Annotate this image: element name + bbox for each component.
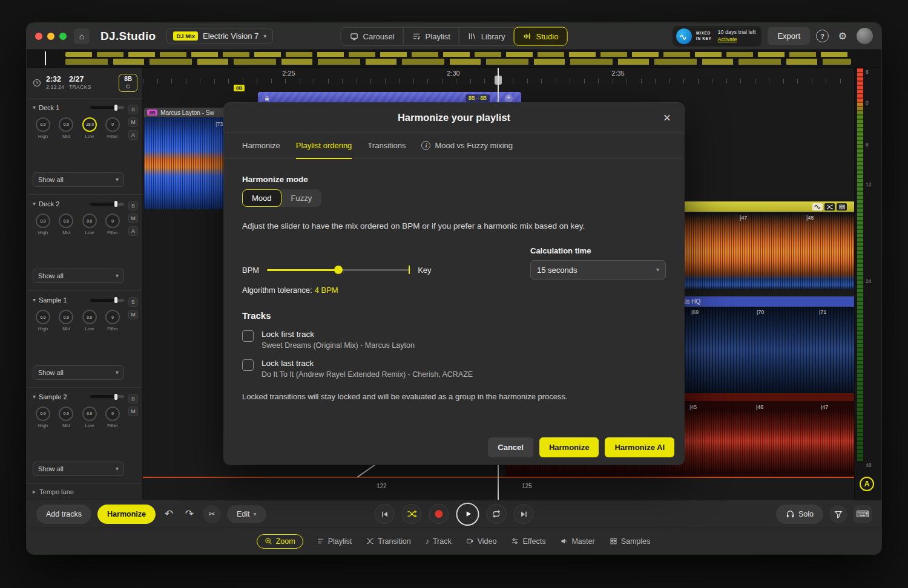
solo-button[interactable]: S bbox=[128, 297, 138, 307]
help-icon[interactable]: ? bbox=[816, 30, 829, 42]
grid-mini-icon[interactable] bbox=[837, 203, 847, 211]
chevron-down-icon[interactable]: ▾ bbox=[33, 105, 36, 111]
show-all-dropdown[interactable]: Show all ▾ bbox=[33, 365, 124, 380]
keyboard-icon[interactable]: ⌨ bbox=[854, 505, 872, 523]
knob-low[interactable]: 0.0Low bbox=[79, 407, 100, 428]
activate-link[interactable]: Activate bbox=[717, 36, 755, 44]
transition-bar[interactable]: 8B→8B + bbox=[258, 92, 521, 104]
tab-track[interactable]: ♪ Track bbox=[424, 535, 453, 548]
nav-carousel[interactable]: Carousel bbox=[341, 27, 404, 45]
tab-mood-vs-fuzzy[interactable]: i Mood vs Fuzzy mixing bbox=[421, 133, 513, 159]
tab-zoom[interactable]: Zoom bbox=[257, 534, 303, 549]
deck-volume-slider[interactable] bbox=[90, 395, 124, 398]
lock-last-track-checkbox[interactable] bbox=[242, 359, 254, 371]
knob-low[interactable]: -28.0Low bbox=[79, 117, 100, 139]
knob-high[interactable]: 0.0High bbox=[33, 310, 53, 332]
lock-first-track-checkbox[interactable] bbox=[242, 330, 254, 342]
knob-low[interactable]: 0.0Low bbox=[79, 310, 100, 332]
knob-high[interactable]: 0.0High bbox=[33, 117, 53, 139]
loop-button[interactable] bbox=[487, 504, 507, 524]
mixed-in-key-badge[interactable]: MIXED IN KEY 10 days trial left Activate bbox=[673, 26, 762, 47]
gear-icon[interactable]: ⚙ bbox=[835, 28, 850, 44]
window-minimize-button[interactable] bbox=[47, 33, 54, 40]
mute-button[interactable]: M bbox=[128, 310, 138, 319]
solo-button-master[interactable]: Solo bbox=[776, 505, 823, 524]
record-button[interactable] bbox=[429, 504, 449, 524]
knob-high[interactable]: 0.0High bbox=[33, 407, 53, 428]
waveform-mini-icon[interactable] bbox=[812, 203, 823, 211]
deck-volume-slider[interactable] bbox=[90, 106, 124, 109]
mute-button[interactable]: M bbox=[128, 214, 138, 223]
tab-transitions[interactable]: Transitions bbox=[367, 133, 406, 159]
harmonize-button[interactable]: Harmonize bbox=[539, 437, 599, 457]
skip-forward-button[interactable] bbox=[514, 504, 534, 524]
auto-button[interactable]: A bbox=[128, 226, 138, 236]
mix-overview-strip[interactable] bbox=[27, 50, 881, 68]
knob-filter[interactable]: 0Filter bbox=[102, 214, 123, 235]
nav-studio[interactable]: Studio bbox=[515, 27, 567, 45]
play-button[interactable] bbox=[456, 503, 479, 526]
chevron-down-icon[interactable]: ▾ bbox=[33, 201, 36, 207]
solo-button[interactable]: S bbox=[128, 105, 138, 114]
redo-icon[interactable]: ↷ bbox=[182, 506, 197, 522]
add-tracks-button[interactable]: Add tracks bbox=[36, 505, 91, 524]
chevron-down-icon[interactable]: ▾ bbox=[33, 394, 36, 400]
slider-handle[interactable] bbox=[334, 266, 343, 274]
tab-playlist-ordering[interactable]: Playlist ordering bbox=[296, 133, 352, 159]
skip-back-button[interactable] bbox=[375, 504, 395, 524]
solo-button[interactable]: S bbox=[128, 201, 138, 211]
show-all-dropdown[interactable]: Show all ▾ bbox=[33, 269, 124, 283]
tab-video[interactable]: Video bbox=[465, 535, 498, 548]
solo-button[interactable]: S bbox=[128, 394, 138, 403]
nav-playlist[interactable]: Playlist bbox=[404, 27, 459, 45]
project-dropdown[interactable]: DJ Mix Electric Vision 7 ▾ bbox=[166, 28, 273, 44]
knob-mid[interactable]: 0.0Mid bbox=[56, 407, 76, 428]
chevron-down-icon[interactable]: ▾ bbox=[33, 297, 36, 303]
cancel-button[interactable]: Cancel bbox=[488, 437, 533, 457]
mode-mood-button[interactable]: Mood bbox=[242, 189, 281, 207]
knob-mid[interactable]: 0.0Mid bbox=[56, 214, 76, 235]
mode-fuzzy-button[interactable]: Fuzzy bbox=[281, 189, 322, 207]
deck-volume-slider[interactable] bbox=[90, 203, 124, 206]
edit-dropdown[interactable]: Edit ▾ bbox=[227, 505, 266, 523]
crossfade-mini-icon[interactable] bbox=[824, 203, 835, 211]
add-transition-icon[interactable]: + bbox=[505, 94, 513, 102]
knob-filter[interactable]: 0Filter bbox=[102, 117, 123, 139]
harmonize-toolbar-button[interactable]: Harmonize bbox=[97, 505, 156, 524]
home-button[interactable]: ⌂ bbox=[74, 28, 90, 44]
deck-volume-slider[interactable] bbox=[90, 299, 124, 302]
tab-effects[interactable]: Effects bbox=[510, 535, 547, 548]
mute-button[interactable]: M bbox=[128, 117, 138, 127]
tab-playlist[interactable]: Playlist bbox=[315, 535, 354, 548]
window-close-button[interactable] bbox=[35, 33, 42, 40]
scissors-icon[interactable]: ✂ bbox=[203, 505, 221, 523]
mute-button[interactable]: M bbox=[128, 407, 138, 416]
overview-playhead[interactable] bbox=[45, 51, 46, 65]
cue-marker[interactable]: 8B bbox=[234, 85, 245, 91]
tab-samples[interactable]: Samples bbox=[608, 535, 652, 548]
funnel-icon[interactable] bbox=[829, 505, 847, 523]
export-button[interactable]: Export bbox=[768, 27, 810, 45]
close-icon[interactable]: × bbox=[659, 109, 676, 126]
user-avatar[interactable] bbox=[857, 28, 873, 44]
nav-library[interactable]: Library bbox=[459, 27, 515, 45]
auto-transition-button[interactable] bbox=[402, 504, 422, 524]
autopilot-badge[interactable]: A bbox=[860, 477, 874, 491]
show-all-dropdown[interactable]: Show all ▾ bbox=[33, 462, 124, 476]
tab-transition[interactable]: Transition bbox=[365, 535, 412, 548]
calculation-time-select[interactable]: 15 seconds ▾ bbox=[530, 260, 666, 279]
tab-master[interactable]: Master bbox=[559, 535, 596, 548]
tab-harmonize[interactable]: Harmonize bbox=[242, 133, 280, 159]
window-zoom-button[interactable] bbox=[59, 33, 67, 40]
knob-high[interactable]: 0.0High bbox=[33, 214, 53, 235]
knob-mid[interactable]: 0.0Mid bbox=[56, 310, 76, 332]
bpm-key-slider[interactable] bbox=[267, 265, 410, 275]
show-all-dropdown[interactable]: Show all ▾ bbox=[33, 172, 124, 187]
harmonize-ai-button[interactable]: Harmonize AI bbox=[605, 437, 674, 457]
knob-low[interactable]: 0.0Low bbox=[79, 214, 100, 235]
knob-filter[interactable]: 0Filter bbox=[102, 310, 123, 332]
knob-mid[interactable]: 0.0Mid bbox=[56, 117, 76, 139]
undo-icon[interactable]: ↶ bbox=[162, 506, 176, 522]
auto-button[interactable]: A bbox=[128, 130, 138, 140]
tempo-lane-toggle[interactable]: ▸ Tempo lane bbox=[27, 483, 142, 500]
